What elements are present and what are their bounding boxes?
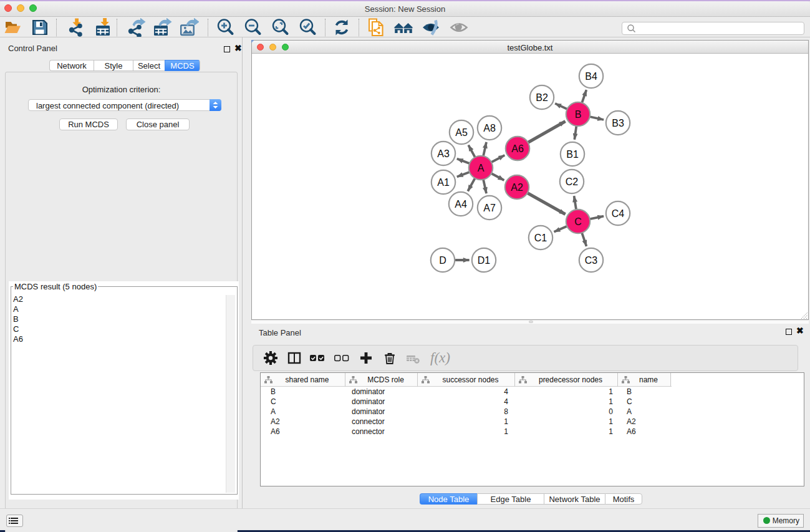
svg-text:A2: A2 xyxy=(511,182,523,193)
svg-text:B4: B4 xyxy=(585,71,597,82)
svg-text:A7: A7 xyxy=(483,203,496,213)
svg-text:A: A xyxy=(478,163,485,173)
svg-text:C2: C2 xyxy=(566,177,579,187)
svg-text:A5: A5 xyxy=(455,127,468,138)
svg-text:D: D xyxy=(439,255,446,266)
svg-text:B: B xyxy=(575,109,582,120)
svg-text:C4: C4 xyxy=(612,208,625,219)
svg-text:B2: B2 xyxy=(536,92,548,103)
svg-text:C1: C1 xyxy=(534,233,547,243)
svg-text:B1: B1 xyxy=(566,149,579,160)
svg-text:A8: A8 xyxy=(483,123,496,133)
svg-text:C: C xyxy=(574,216,582,227)
svg-text:A6: A6 xyxy=(511,143,524,154)
svg-text:C3: C3 xyxy=(585,255,598,266)
svg-text:A3: A3 xyxy=(437,148,450,159)
svg-text:A1: A1 xyxy=(437,177,450,188)
svg-text:A4: A4 xyxy=(455,199,467,210)
svg-text:D1: D1 xyxy=(478,255,491,266)
svg-text:B3: B3 xyxy=(612,118,624,128)
